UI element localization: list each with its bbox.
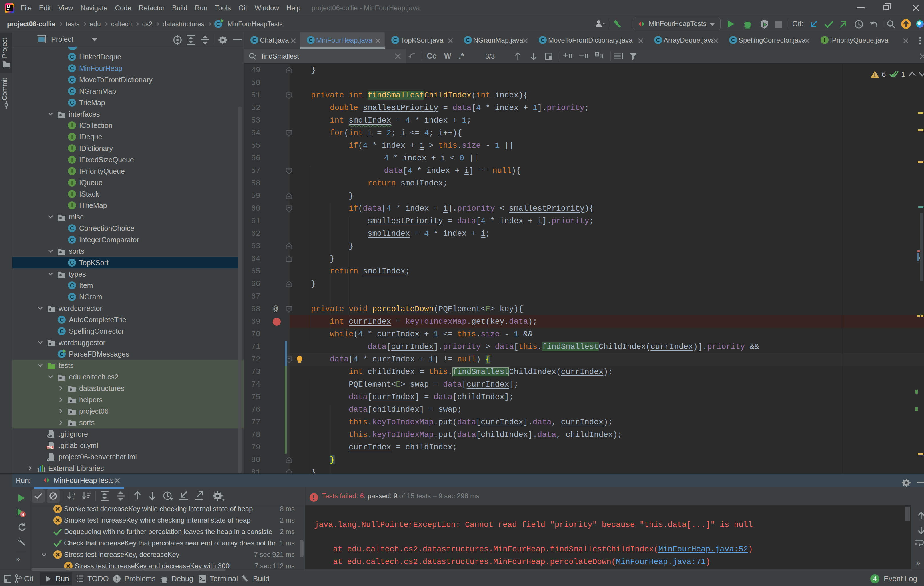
svg-text:9: 9 bbox=[21, 512, 24, 517]
svg-text:z: z bbox=[72, 496, 75, 500]
